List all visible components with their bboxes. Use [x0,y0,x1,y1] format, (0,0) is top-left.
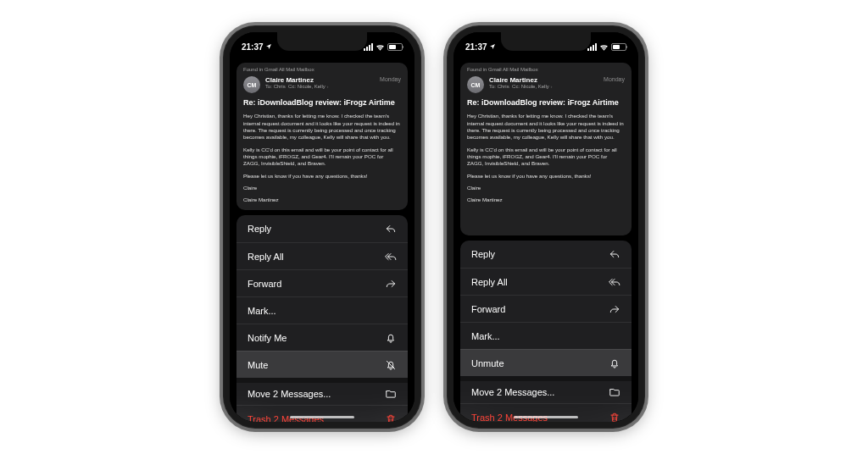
reply-all-icon [385,251,397,263]
chevron-right-icon: › [326,84,328,89]
iphone-frame-right: 21:37 Found in Gmail All Mail Mailbox CM [447,25,645,429]
menu-label: Forward [248,279,281,289]
menu-notify[interactable]: Notify Me [236,324,408,351]
email-date: Monday [380,76,401,82]
battery-icon [387,43,403,51]
menu-unmute[interactable]: Unmute [460,349,632,376]
recipients: To: Chris Cc: Nicole, Kelly › [489,84,598,89]
menu-label: Forward [471,304,505,314]
reply-icon [385,223,397,235]
notch [277,32,367,51]
wifi-icon [599,43,609,51]
location-icon [265,42,272,52]
menu-label: Move 2 Messages... [471,387,554,397]
trash-icon [609,412,620,423]
menu-trash[interactable]: Trash 2 Messages [460,403,632,422]
found-in-label: Found in Gmail All Mail Mailbox [236,63,408,75]
menu-move[interactable]: Move 2 Messages... [460,376,632,403]
folder-icon [609,386,620,398]
notch [501,32,591,51]
menu-reply[interactable]: Reply [236,215,408,242]
menu-mark[interactable]: Mark... [236,296,408,324]
menu-mute[interactable]: Mute [236,351,408,378]
iphone-frame-left: 21:37 Found in Gmail All Mail Mailbox CM [223,25,421,429]
found-in-label: Found in Gmail All Mail Mailbox [460,63,632,75]
bell-icon [609,357,620,369]
menu-mark[interactable]: Mark... [460,322,632,349]
menu-label: Mute [248,360,268,370]
menu-label: Mark... [471,331,500,341]
email-subject: Re: iDownloadBlog review: iFrogz Airtime [460,98,632,113]
menu-reply-all[interactable]: Reply All [236,242,408,269]
menu-label: Mark... [248,306,276,316]
email-body: Hey Christian, thanks for letting me kno… [236,113,408,210]
menu-forward[interactable]: Forward [236,269,408,296]
menu-reply-all[interactable]: Reply All [460,268,632,295]
menu-label: Notify Me [248,333,287,343]
home-indicator[interactable] [290,416,354,418]
menu-trash[interactable]: Trash 2 Messages [236,405,408,422]
menu-label: Reply All [248,252,284,262]
sender-name: Claire Martinez [265,76,375,84]
menu-move[interactable]: Move 2 Messages... [236,378,408,405]
bell-slash-icon [385,359,397,371]
menu-forward[interactable]: Forward [460,295,632,322]
bell-icon [385,332,397,344]
context-menu: Reply Reply All Forward Mark... Unmute [460,241,632,422]
trash-icon [385,413,397,423]
email-body: Hey Christian, thanks for letting me kno… [460,113,632,214]
menu-label: Reply [248,224,271,234]
forward-icon [385,278,397,290]
menu-label: Reply [471,249,495,259]
email-preview-card[interactable]: Found in Gmail All Mail Mailbox CM Clair… [236,63,408,210]
menu-label: Unmute [471,358,504,368]
forward-icon [609,303,620,315]
email-subject: Re: iDownloadBlog review: iFrogz Airtime [236,98,408,113]
folder-icon [385,388,397,400]
sender-name: Claire Martinez [489,76,598,84]
avatar: CM [243,76,260,93]
battery-icon [611,43,626,51]
home-indicator[interactable] [514,416,578,418]
wifi-icon [376,43,385,51]
chevron-right-icon: › [550,84,552,89]
menu-label: Move 2 Messages... [248,389,331,399]
context-menu: Reply Reply All Forward Mark... Notify M… [236,215,408,422]
reply-all-icon [609,276,620,288]
reply-icon [609,248,620,260]
location-icon [489,42,496,52]
avatar: CM [467,76,484,93]
status-time: 21:37 [242,42,264,52]
status-time: 21:37 [465,42,487,52]
recipients: To: Chris Cc: Nicole, Kelly › [265,84,375,89]
email-date: Monday [604,76,625,82]
email-preview-card[interactable]: Found in Gmail All Mail Mailbox CM Clair… [460,63,632,235]
menu-reply[interactable]: Reply [460,241,632,268]
menu-label: Reply All [471,277,508,287]
